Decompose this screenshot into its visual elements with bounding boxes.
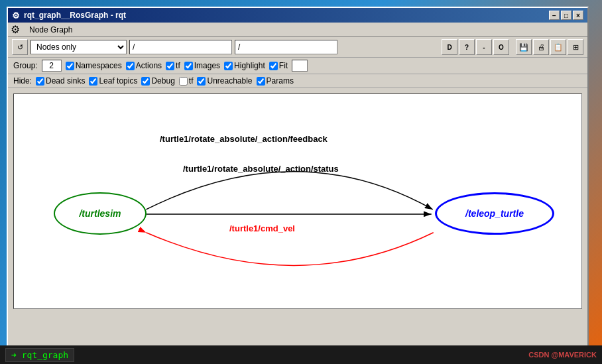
dead-sinks-label[interactable]: Dead sinks xyxy=(36,76,85,86)
edge-cmdvel-label: /turtle1/cmd_vel xyxy=(229,223,295,233)
params-checkbox[interactable] xyxy=(257,77,265,86)
unreachable-checkbox[interactable] xyxy=(197,77,206,86)
print-icon: 🖨 xyxy=(538,43,545,51)
title-bar: ⚙ rqt_graph__RosGraph - rqt − □ × xyxy=(8,8,587,23)
actions-checkbox[interactable] xyxy=(126,62,135,70)
leaf-topics-checkbox[interactable] xyxy=(89,77,97,86)
namespaces-checkbox-label[interactable]: Namespaces xyxy=(66,61,122,70)
clipboard-icon: 📋 xyxy=(554,43,563,52)
images-checkbox[interactable] xyxy=(184,62,193,70)
save3-button[interactable]: 📋 xyxy=(550,39,566,55)
leaf-topics-label[interactable]: Leaf topics xyxy=(89,76,137,86)
maximize-button[interactable]: □ xyxy=(561,11,572,20)
taskbar-item[interactable]: ➜ rqt_graph xyxy=(5,348,74,362)
edge-status-label: /turtle1/rotate_absolute/_action/status xyxy=(183,164,339,174)
params-label[interactable]: Params xyxy=(257,76,294,86)
main-window: ⚙ rqt_graph__RosGraph - rqt − □ × ⚙ Node… xyxy=(7,7,589,351)
node-teleop[interactable]: /teleop_turtle xyxy=(435,192,554,235)
grid-icon: ⊞ xyxy=(573,43,579,52)
taskbar: ➜ rqt_graph CSDN @MAVERICK xyxy=(0,345,602,364)
namespaces-checkbox[interactable] xyxy=(66,62,74,70)
menu-bar: ⚙ Node Graph xyxy=(8,23,587,37)
graph-type-dropdown[interactable]: Nodes only Nodes/Topics (all) Nodes/Topi… xyxy=(30,40,127,54)
hide-label: Hide: xyxy=(13,76,32,86)
toolbar: ↺ Nodes only Nodes/Topics (all) Nodes/To… xyxy=(8,37,587,58)
tf2-label[interactable]: tf xyxy=(179,76,194,86)
tf-checkbox-label[interactable]: tf xyxy=(166,61,180,70)
save1-button[interactable]: 💾 xyxy=(516,39,532,55)
unreachable-label[interactable]: Unreachable xyxy=(197,76,252,86)
save2-button[interactable]: 🖨 xyxy=(533,39,549,55)
filter1-input[interactable] xyxy=(129,40,232,54)
minimize-button[interactable]: − xyxy=(549,11,560,20)
graph-area[interactable]: /turtlesim /teleop_turtle /turtle1/rotat… xyxy=(13,93,582,309)
color-picker[interactable] xyxy=(292,60,308,72)
menu-node-graph[interactable]: Node Graph xyxy=(25,24,76,36)
save4-button[interactable]: ⊞ xyxy=(568,39,583,55)
app-icon: ⚙ xyxy=(12,11,20,21)
group-input[interactable] xyxy=(42,60,62,72)
window-controls: − □ × xyxy=(549,11,583,20)
actions-checkbox-label[interactable]: Actions xyxy=(126,61,162,70)
tf2-checkbox[interactable] xyxy=(179,77,188,86)
group-spinner[interactable] xyxy=(42,60,62,72)
hide-row: Hide: Dead sinks Leaf topics Debug tf Un… xyxy=(8,74,587,88)
highlight-checkbox[interactable] xyxy=(224,62,233,70)
fit-checkbox[interactable] xyxy=(269,62,278,70)
o-button[interactable]: O xyxy=(493,39,509,55)
d-button[interactable]: D xyxy=(442,39,457,55)
window-title: rqt_graph__RosGraph - rqt xyxy=(24,11,126,20)
refresh-button[interactable]: ↺ xyxy=(12,39,28,55)
images-checkbox-label[interactable]: Images xyxy=(184,61,220,70)
help-button[interactable]: ? xyxy=(459,39,475,55)
close-button[interactable]: × xyxy=(573,11,583,20)
taskbar-right-text: CSDN @MAVERICK xyxy=(528,351,597,359)
group-label: Group: xyxy=(13,61,38,70)
filter2-input[interactable] xyxy=(235,40,337,54)
highlight-checkbox-label[interactable]: Highlight xyxy=(224,61,265,70)
debug-checkbox[interactable] xyxy=(141,77,150,86)
node-turtlesim[interactable]: /turtlesim xyxy=(54,192,147,235)
edge-feedback-label: /turtle1/rotate_absolute/_action/feedbac… xyxy=(160,134,328,144)
refresh-icon: ↺ xyxy=(17,43,23,52)
options-row: Group: Namespaces Actions tf Images High… xyxy=(8,58,587,74)
app-small-icon: ⚙ xyxy=(11,23,20,36)
fit-checkbox-label[interactable]: Fit xyxy=(269,61,288,70)
debug-label[interactable]: Debug xyxy=(141,76,174,86)
toolbar-right: D ? - O 💾 🖨 📋 ⊞ xyxy=(442,39,583,55)
save-icon: 💾 xyxy=(519,43,528,52)
tf-checkbox[interactable] xyxy=(166,62,174,70)
dead-sinks-checkbox[interactable] xyxy=(36,77,44,86)
dash-button[interactable]: - xyxy=(476,39,492,55)
